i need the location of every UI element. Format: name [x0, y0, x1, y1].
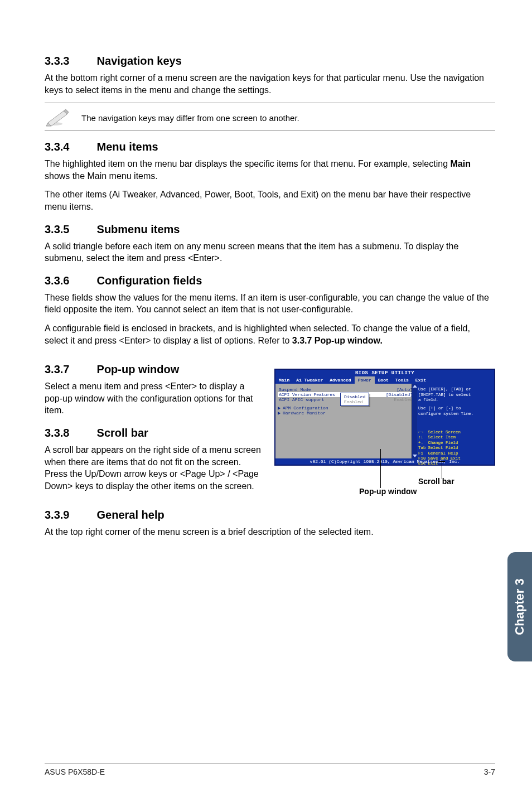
- help-key: ←→: [418, 430, 428, 435]
- text: A configurable field is enclosed in brac…: [45, 323, 470, 345]
- chapter-label: Chapter 3: [512, 578, 527, 635]
- bold-text: Main: [450, 159, 470, 168]
- heading-title: Scroll bar: [97, 427, 148, 439]
- heading-title: Menu items: [97, 141, 158, 153]
- bios-item-label: Suspend Mode: [279, 387, 311, 392]
- para: These fields show the values for the men…: [45, 292, 495, 316]
- help-text: Use [ENTER], [TAB] or: [418, 387, 492, 392]
- bios-tab: Exit: [412, 376, 429, 384]
- bios-tab-selected: Power: [355, 376, 375, 384]
- help-desc: Select Item: [428, 435, 463, 440]
- help-key: Tab: [418, 446, 428, 451]
- bios-scrollbar: [412, 384, 417, 458]
- heading-336: 3.3.6 Configuration fields: [45, 274, 495, 287]
- bios-title: BIOS SETUP UTILITY: [275, 370, 494, 376]
- pencil-note-icon: [45, 108, 76, 129]
- bold-text: 3.3.7 Pop-up window.: [292, 336, 383, 345]
- note-callout: The navigation keys may differ from one …: [45, 103, 495, 131]
- page-footer: ASUS P6X58D-E 3-7: [45, 764, 495, 776]
- heading-337: 3.3.7 Pop-up window: [45, 363, 262, 376]
- bios-item-label: ACPI Version Features: [279, 392, 335, 397]
- heading-title: Configuration fields: [97, 274, 202, 287]
- bios-window: BIOS SETUP UTILITY Main Ai Tweaker Advan…: [274, 369, 495, 466]
- heading-num: 3.3.7: [45, 363, 94, 376]
- bios-tab: Boot: [375, 376, 392, 384]
- triangle-icon: [278, 412, 280, 415]
- help-text: a field.: [418, 398, 492, 403]
- bios-submenu: Hardware Monitor: [283, 410, 326, 416]
- help-key: ↑↓: [418, 435, 428, 440]
- heading-title: Submenu items: [97, 223, 180, 236]
- heading-num: 3.3.3: [45, 55, 94, 67]
- bios-left-pane: Suspend Mode[Auto] ACPI Version Features…: [275, 384, 416, 458]
- heading-num: 3.3.8: [45, 427, 94, 439]
- heading-title: Pop-up window: [97, 363, 180, 376]
- text: The highlighted item on the menu bar dis…: [45, 159, 450, 168]
- bios-item-value: Enabled: [394, 397, 413, 402]
- help-desc: Change Field: [428, 441, 463, 446]
- bios-tabs: Main Ai Tweaker Advanced Power Boot Tool…: [275, 376, 494, 384]
- help-key: +-: [418, 441, 428, 446]
- bios-popup-window: Disabled Enabled: [340, 393, 369, 406]
- triangle-icon: [278, 407, 280, 410]
- popup-option: Enabled: [344, 399, 365, 404]
- heading-335: 3.3.5 Submenu items: [45, 223, 495, 236]
- bios-submenu: APM Configuration: [283, 405, 328, 410]
- heading-title: General help: [97, 509, 165, 521]
- leader-line: [380, 449, 381, 488]
- chapter-side-tab: Chapter 3: [507, 552, 532, 661]
- para: The highlighted item on the menu bar dis…: [45, 158, 495, 182]
- footer-page-number: 3-7: [484, 767, 495, 776]
- bios-tab: Tools: [392, 376, 412, 384]
- heading-num: 3.3.5: [45, 223, 94, 236]
- para: Select a menu item and press <Enter> to …: [45, 380, 262, 417]
- popup-option: Disabled: [344, 394, 365, 399]
- bios-tab: Advanced: [326, 376, 354, 384]
- heading-title: Navigation keys: [97, 55, 182, 67]
- bios-tab: Ai Tweaker: [293, 376, 326, 384]
- para: At the bottom right corner of a menu scr…: [45, 72, 495, 96]
- heading-339: 3.3.9 General help: [45, 509, 495, 521]
- heading-num: 3.3.9: [45, 509, 94, 521]
- scroll-down-icon: [413, 455, 417, 457]
- para: A scroll bar appears on the right side o…: [45, 444, 262, 492]
- help-text: configure system Time.: [418, 412, 492, 417]
- figure-label-scrollbar: Scroll bar: [418, 477, 454, 486]
- heading-338: 3.3.8 Scroll bar: [45, 427, 262, 439]
- heading-num: 3.3.4: [45, 141, 94, 153]
- bios-tab: Main: [275, 376, 293, 384]
- bios-screenshot-figure: BIOS SETUP UTILITY Main Ai Tweaker Advan…: [274, 369, 495, 497]
- help-text: [SHIFT-TAB] to select: [418, 393, 492, 398]
- para: The other items (Ai Tweaker, Advanced, P…: [45, 189, 495, 212]
- heading-num: 3.3.6: [45, 274, 94, 287]
- help-key: F1: [418, 451, 428, 456]
- help-desc: Select Screen: [428, 430, 463, 435]
- figure-label-popup: Pop-up window: [359, 487, 417, 496]
- bios-item-value: [Disabled]: [386, 392, 413, 397]
- scroll-up-icon: [413, 385, 417, 388]
- bios-item-label: ACPI APIC support: [279, 397, 325, 402]
- bios-item-value: [Auto]: [396, 387, 413, 392]
- heading-334: 3.3.4 Menu items: [45, 141, 495, 153]
- help-text: Use [+] or [-] to: [418, 406, 492, 411]
- para: A solid triangle before each item on any…: [45, 240, 495, 264]
- para: A configurable field is enclosed in brac…: [45, 322, 495, 346]
- note-text: The navigation keys may differ from one …: [76, 113, 299, 124]
- bios-help-pane: Use [ENTER], [TAB] or [SHIFT-TAB] to sel…: [416, 384, 494, 458]
- help-desc: General Help: [428, 451, 463, 456]
- footer-left: ASUS P6X58D-E: [45, 767, 105, 776]
- text: shows the Main menu items.: [45, 171, 158, 181]
- help-desc: Select Field: [428, 446, 463, 451]
- heading-333: 3.3.3 Navigation keys: [45, 55, 495, 67]
- para: At the top right corner of the menu scre…: [45, 526, 495, 538]
